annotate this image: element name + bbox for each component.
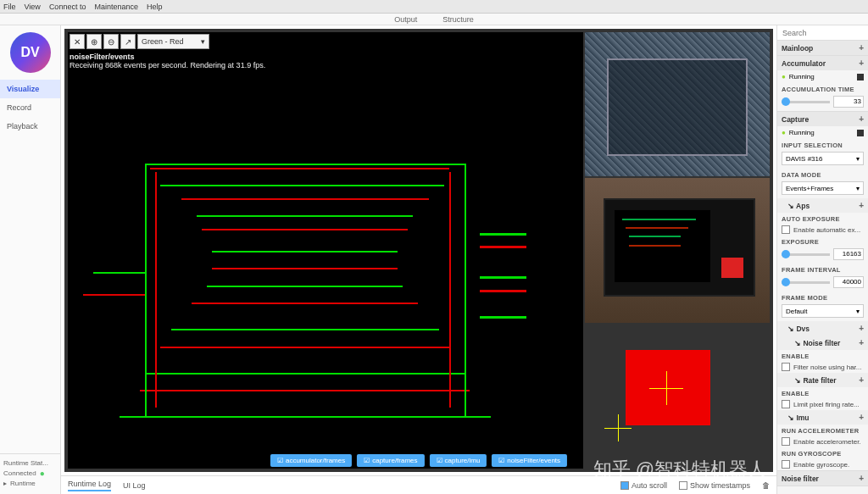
plus-icon: + <box>859 474 864 483</box>
viewer-path: noiseFilter/events <box>70 53 265 61</box>
connected-icon: ● <box>40 469 45 478</box>
autoscroll-checkbox[interactable]: Auto scroll <box>620 481 667 490</box>
center-panel: ✕ ⊕ ⊖ ↗ Green - Red ▾ noiseFilter/events… <box>61 25 776 494</box>
exposure-label: EXPOSURE <box>777 236 868 247</box>
enable-accel-checkbox[interactable] <box>782 437 790 446</box>
stream-tab-capture-imu[interactable]: ☑capture/imu <box>430 454 487 467</box>
top-tabs: Output Structure <box>0 14 868 25</box>
frame-view-middle[interactable] <box>585 178 770 322</box>
data-mode-label: DATA MODE <box>777 169 868 180</box>
menu-file[interactable]: File <box>3 3 16 11</box>
section-accumulator[interactable]: Accumulator+ <box>777 56 868 70</box>
runtime-status-label: Runtime Stat... <box>3 459 48 467</box>
menu-connect[interactable]: Connect to <box>49 3 86 11</box>
run-gyro-label: RUN GYROSCOPE <box>777 447 868 458</box>
input-selection-label: INPUT SELECTION <box>777 139 868 150</box>
zoom-out-button[interactable]: ⊖ <box>103 34 119 49</box>
enable-label: ENABLE <box>777 350 868 361</box>
stop-button[interactable] <box>857 74 864 80</box>
running-dot-icon: ● <box>782 73 786 80</box>
runtime-status-value: Connected <box>3 469 36 477</box>
tab-output[interactable]: Output <box>394 15 417 24</box>
accum-time-label: ACCUMULATION TIME <box>777 83 868 94</box>
subsection-aps[interactable]: ↘ Aps+ <box>777 198 868 213</box>
viewer-status: Receiving 868k events per second. Render… <box>70 61 265 69</box>
filter-noise-checkbox[interactable] <box>782 363 790 371</box>
right-properties-panel: Mainloop+ Accumulator+ ●Running ACCUMULA… <box>776 25 868 494</box>
section-noise-filter[interactable]: Noise filter+ <box>777 471 868 486</box>
viewer-info: noiseFilter/events Receiving 868k events… <box>70 53 265 69</box>
menubar: File View Connect to Maintenance Help <box>0 0 868 14</box>
zoom-in-button[interactable]: ⊕ <box>86 34 102 49</box>
sidebar-item-record[interactable]: Record <box>0 98 60 117</box>
chevron-down-icon: ▾ <box>201 37 205 46</box>
subsection-rate-filter[interactable]: ↘ Rate filter+ <box>777 373 868 387</box>
trash-icon[interactable]: 🗑 <box>762 481 770 490</box>
frame-interval-label: FRAME INTERVAL <box>777 264 868 275</box>
frame-view-top[interactable] <box>585 32 770 176</box>
exposure-value[interactable]: 16163 <box>833 248 864 260</box>
subsection-dvs[interactable]: ↘ Dvs+ <box>777 321 868 336</box>
auto-exposure-label: AUTO EXPOSURE <box>777 213 868 224</box>
app-logo: DV <box>10 32 51 73</box>
tab-ui-log[interactable]: UI Log <box>123 481 146 490</box>
running-dot-icon: ● <box>782 129 786 136</box>
close-button[interactable]: ✕ <box>70 34 85 49</box>
accum-time-slider[interactable] <box>782 101 830 103</box>
chevron-down-icon: ▾ <box>856 155 860 163</box>
tab-runtime-log[interactable]: Runtime Log <box>68 480 111 491</box>
tab-structure[interactable]: Structure <box>442 15 474 24</box>
frame-mode-label: FRAME MODE <box>777 291 868 303</box>
viewer-toolbar: ✕ ⊕ ⊖ ↗ Green - Red ▾ <box>70 34 209 49</box>
main-event-view[interactable] <box>68 32 583 469</box>
section-mainloop[interactable]: Mainloop+ <box>777 41 868 55</box>
enable-gyro-checkbox[interactable] <box>782 460 790 469</box>
runtime-caret-icon[interactable]: ▸ <box>3 480 7 487</box>
sidebar-item-visualize[interactable]: Visualize <box>0 80 60 98</box>
stop-button[interactable] <box>857 130 864 136</box>
subsection-imu[interactable]: ↘ Imu+ <box>777 410 868 425</box>
frame-mode-select[interactable]: Default▾ <box>782 304 864 318</box>
viewer: ✕ ⊕ ⊖ ↗ Green - Red ▾ noiseFilter/events… <box>64 29 773 472</box>
plus-icon: + <box>859 58 864 68</box>
auto-exposure-checkbox[interactable] <box>782 225 790 234</box>
left-sidebar: DV Visualize Record Playback Runtime Sta… <box>0 25 61 494</box>
data-mode-select[interactable]: Events+Frames▾ <box>782 181 864 195</box>
exposure-slider[interactable] <box>782 253 830 256</box>
log-bar: Runtime Log UI Log Auto scroll Show time… <box>61 475 776 494</box>
limit-pixel-checkbox[interactable] <box>782 400 790 408</box>
runtime-status-panel: Runtime Stat... Connected● ▸Runtime <box>0 453 60 494</box>
imu-view[interactable] <box>585 325 770 469</box>
color-scheme-select[interactable]: Green - Red ▾ <box>137 34 209 49</box>
sidebar-item-playback[interactable]: Playback <box>0 117 60 136</box>
stream-tab-noisefilter[interactable]: ☑noiseFilter/events <box>492 454 567 467</box>
frame-interval-value[interactable]: 40000 <box>833 276 864 288</box>
run-accel-label: RUN ACCELEROMETER <box>777 425 868 436</box>
chevron-down-icon: ▾ <box>856 185 860 192</box>
menu-help[interactable]: Help <box>147 3 163 11</box>
subsection-noise-filter[interactable]: ↘ Noise filter+ <box>777 336 868 350</box>
runtime-label[interactable]: Runtime <box>10 480 36 487</box>
stream-tabs: ☑accumulator/frames ☑capture/frames ☑cap… <box>270 454 567 467</box>
section-capture[interactable]: Capture+ <box>777 112 868 126</box>
accum-time-value[interactable]: 33 <box>833 96 864 108</box>
enable-label-2: ENABLE <box>777 387 868 398</box>
input-selection-select[interactable]: DAVIS #316▾ <box>782 152 864 165</box>
plus-icon: + <box>859 114 864 124</box>
plus-icon: + <box>859 43 864 53</box>
search-input[interactable] <box>777 25 868 41</box>
menu-maintenance[interactable]: Maintenance <box>94 3 138 11</box>
chevron-down-icon: ▾ <box>856 308 860 315</box>
move-button[interactable]: ↗ <box>120 34 136 49</box>
color-scheme-value: Green - Red <box>142 37 184 46</box>
frame-interval-slider[interactable] <box>782 281 830 284</box>
stream-tab-capture-frames[interactable]: ☑capture/frames <box>357 454 424 467</box>
timestamps-checkbox[interactable]: Show timestamps <box>679 481 750 490</box>
stream-tab-accumulator[interactable]: ☑accumulator/frames <box>270 454 352 467</box>
menu-view[interactable]: View <box>25 3 41 11</box>
